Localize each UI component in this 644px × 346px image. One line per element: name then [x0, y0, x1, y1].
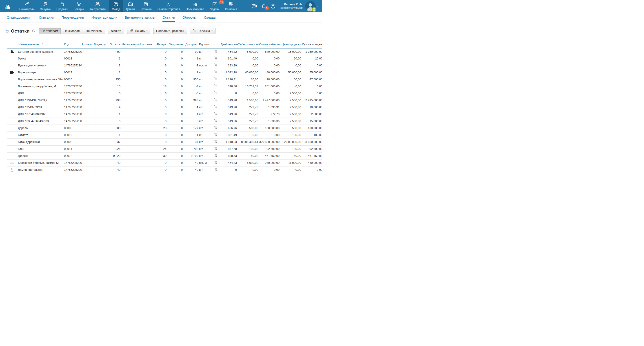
column-header-awaiting[interactable]: Ожидание — [168, 41, 184, 48]
cell-cost: 6 000,00 — [238, 159, 259, 166]
column-header-cost_sum[interactable]: Сумма себестои... — [259, 41, 280, 48]
tab-peremescheniya[interactable]: Перемещения — [62, 12, 84, 22]
cell-name[interactable]: Лампа настольная — [18, 166, 64, 173]
cell-name[interactable]: Вода минеральная столовая "Нары — [18, 76, 64, 83]
cell-name[interactable]: клей — [18, 145, 64, 152]
add-to-cart-button[interactable] — [212, 76, 221, 83]
add-to-cart-button[interactable] — [212, 132, 221, 139]
tab-vnutrennie-zakazy[interactable]: Внутренние заказы — [125, 12, 155, 22]
nav-item-dengi[interactable]: Деньги — [123, 0, 138, 12]
cell-code: 00017 — [64, 69, 82, 76]
nav-item-roznitsa[interactable]: Розница — [138, 0, 154, 12]
user-info[interactable]: Рылеев К. Ф. admin@sevkavlab — [280, 2, 302, 10]
filter-button[interactable]: Фильтр — [108, 28, 124, 34]
cell-cost_sum: 40 000,00 — [259, 69, 280, 76]
column-header-available[interactable]: Доступно — [184, 41, 199, 48]
add-to-cart-button[interactable] — [212, 152, 221, 159]
cell-name[interactable]: Видеокамера — [18, 69, 64, 76]
tab-oprihodovaniya[interactable]: Оприходования — [7, 12, 32, 22]
trolley-button[interactable]: Тележка ▾ — [190, 28, 216, 34]
tab-ostatki[interactable]: Остатки — [162, 12, 175, 22]
cell-name[interactable]: ДВП — [18, 90, 64, 97]
nav-item-sklad[interactable]: Склад — [109, 0, 123, 12]
column-header-name[interactable]: Наименование▲ — [18, 41, 64, 48]
cell-article — [82, 152, 94, 159]
cell-name[interactable]: ДВП / 2543763*01 — [18, 104, 64, 111]
cell-days: 519,26 — [221, 118, 238, 125]
add-to-cart-button[interactable] — [212, 62, 221, 69]
app-logo[interactable] — [0, 0, 16, 12]
nav-item-zadachi[interactable]: 11 Задачи — [207, 0, 222, 12]
cell-price_sum: 0,00 — [302, 83, 322, 90]
cell-cost_sum: 0,00 — [259, 55, 280, 62]
nav-item-kontragenty[interactable]: Контрагенты — [86, 0, 109, 12]
column-header-article[interactable]: Артикул — [82, 41, 94, 48]
cell-name[interactable]: крепеж — [18, 152, 64, 159]
add-to-cart-button[interactable] — [212, 104, 221, 111]
nav-item-online-torgovlya[interactable]: Онлайн-торговля — [154, 0, 183, 12]
add-to-cart-button[interactable] — [212, 166, 221, 173]
add-to-cart-button[interactable] — [212, 159, 221, 166]
cell-price_sum: 15 000,00 — [302, 118, 322, 125]
column-header-days[interactable]: Дней на складе — [221, 41, 238, 48]
print-button[interactable]: Печать ▾ — [127, 28, 150, 34]
column-header-price[interactable]: Цена продажи — [280, 41, 302, 48]
nav-item-resheniya[interactable]: Решения — [222, 0, 240, 12]
add-to-cart-button[interactable] — [212, 48, 221, 55]
column-header-expiry[interactable]: Годен до — [94, 41, 108, 48]
view-by-cells-button[interactable]: По ячейкам — [83, 28, 105, 34]
nav-item-prodazhi[interactable]: Продажи — [54, 0, 71, 12]
add-to-cart-button[interactable] — [212, 55, 221, 62]
tab-spisaniya[interactable]: Списания — [39, 12, 54, 22]
avatar[interactable] — [305, 1, 316, 11]
add-to-cart-button[interactable] — [212, 97, 221, 104]
cell-available: 998 — [184, 97, 199, 104]
add-to-cart-button[interactable] — [212, 145, 221, 152]
add-to-cart-button[interactable] — [212, 69, 221, 76]
view-by-warehouses-button[interactable]: По складам — [61, 28, 83, 34]
cell-name[interactable]: ДВП / 63547860432*03 — [18, 118, 64, 125]
cell-name[interactable]: Ботинки осенние женские — [18, 48, 64, 55]
cell-name[interactable]: Воротничок для рубашки, М — [18, 83, 64, 90]
cell-name[interactable]: ДВП / 2344*68789*3,2 — [18, 97, 64, 104]
online-store-icon — [166, 1, 172, 7]
column-header-reserve[interactable]: Резерв — [153, 41, 168, 48]
cell-name[interactable]: булка — [18, 55, 64, 62]
tab-oboroty[interactable]: Обороты — [182, 12, 196, 22]
add-to-cart-button[interactable] — [212, 83, 221, 90]
add-to-cart-button[interactable] — [212, 125, 221, 132]
nav-item-zakupki[interactable]: Закупки — [37, 0, 54, 12]
column-header-code[interactable]: Код — [64, 41, 82, 48]
view-by-products-button[interactable]: По товарам — [39, 28, 61, 34]
tab-inventarizatsii[interactable]: Инвентаризации — [92, 12, 118, 22]
add-to-cart-button[interactable] — [212, 139, 221, 145]
chat-button[interactable] — [251, 3, 258, 9]
nav-item-pokazateli[interactable]: Показатели — [16, 0, 37, 12]
column-header-cost[interactable]: Себестоимость — [238, 41, 259, 48]
add-to-cart-button[interactable] — [212, 90, 221, 97]
cell-awaiting: 0 — [168, 83, 184, 90]
cell-price: 55 000,00 — [280, 69, 302, 76]
column-header-min_stock[interactable]: Неснижаемый остаток — [121, 41, 153, 48]
cell-name[interactable]: катлета — [18, 132, 64, 139]
cell-name[interactable]: дерево — [18, 125, 64, 132]
tab-sklady[interactable]: Склады — [204, 12, 216, 22]
cell-name[interactable]: Кроссовки беговые, размер М — [18, 159, 64, 166]
column-header-stock[interactable]: Остаток — [108, 41, 121, 48]
replenish-reserves-button[interactable]: Пополнить резервы — [153, 28, 187, 34]
page-help-icon[interactable]: ? — [5, 29, 9, 33]
notifications-button[interactable]: 1 — [261, 3, 267, 9]
nav-item-proizvodstvo[interactable]: Производство — [183, 0, 207, 12]
refresh-button[interactable] — [32, 29, 35, 32]
product-thumbnail-cell — [7, 159, 18, 166]
cell-name[interactable]: Бумага для упаковки — [18, 62, 64, 69]
nav-item-tovary[interactable]: Товары — [71, 0, 86, 12]
cell-stock: 1 — [108, 111, 121, 118]
cell-available: 6 — [184, 118, 199, 125]
cell-name[interactable]: каток дорожный — [18, 139, 64, 145]
store-icon — [143, 1, 149, 7]
help-button[interactable]: ? — [270, 3, 276, 9]
add-to-cart-button[interactable] — [212, 118, 221, 125]
cell-name[interactable]: ДВП / 376487349*02 — [18, 111, 64, 118]
add-to-cart-button[interactable] — [212, 111, 221, 118]
